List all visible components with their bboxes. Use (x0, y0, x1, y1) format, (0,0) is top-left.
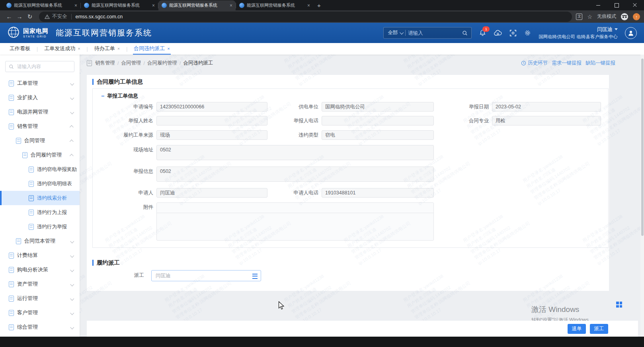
sidebar-search-input[interactable] (16, 63, 71, 70)
document-icon (9, 310, 14, 316)
dispatch-list-icon[interactable] (252, 274, 258, 279)
document-icon (9, 267, 14, 273)
page-tab-2[interactable]: 工单发送成功× (43, 43, 81, 55)
collapse-minus-icon[interactable]: − (101, 94, 104, 98)
translate-icon[interactable]: 文 (576, 14, 582, 20)
sidebar-item[interactable]: 客户管理 (0, 306, 80, 320)
sidebar-item[interactable]: 计费结算 (0, 248, 80, 263)
page-scrollbar[interactable] (640, 55, 644, 337)
sidebar-item[interactable]: 违约窃电明细表 (0, 176, 80, 191)
sidebar-item-label: 购电分析决策 (17, 266, 48, 273)
favicon (239, 3, 244, 8)
page-tab-1[interactable]: 工作看板 (9, 43, 31, 55)
address-bar[interactable]: 不安全 emss.sx.sgcc.com.cn (39, 12, 572, 22)
global-search-input[interactable] (406, 30, 462, 36)
avatar[interactable] (625, 27, 637, 39)
bookmark-star-icon[interactable]: ☆ (587, 14, 592, 20)
browser-tab[interactable]: 能源互联网营销服务系统× (3, 0, 80, 10)
sidebar-item[interactable]: 销售管理 (0, 119, 80, 133)
sidebar-item[interactable]: 电源并网管理 (0, 105, 80, 119)
search-icon[interactable] (462, 30, 471, 36)
sidebar-item[interactable]: 合同范本管理 (0, 234, 80, 248)
report-date-field[interactable]: 2023-05-02 (492, 102, 601, 112)
browser-tab[interactable]: 能源互联网营销服务系统× (236, 0, 313, 10)
sidebar-item[interactable]: 合同履约管理 (0, 148, 80, 162)
breach-type-field[interactable]: 窃电 (322, 130, 434, 140)
subsection-report-order[interactable]: − 举报工单信息 (101, 92, 138, 100)
sidebar-item-label: 资产管理 (17, 280, 38, 288)
sidebar-item-label: 运行管理 (17, 295, 38, 302)
document-icon (9, 296, 14, 302)
sidebar-item[interactable]: 违约窃电举报奖励 (0, 162, 80, 176)
reporter-phone-field[interactable] (322, 116, 434, 125)
sidebar-item-label: 业扩接入 (17, 94, 38, 101)
not-secure-warning-icon (45, 14, 50, 19)
sidebar-item[interactable]: 运行管理 (0, 291, 80, 306)
window-close-button[interactable] (626, 0, 644, 10)
dispatch-field[interactable]: 闫匡迪 (151, 270, 261, 281)
browser-tab[interactable]: 能源互联网营销服务系统× (158, 0, 236, 10)
tab-close-icon[interactable]: × (307, 3, 310, 8)
back-button[interactable]: ← (4, 13, 14, 20)
order-source-field[interactable]: 现场 (156, 130, 267, 140)
demand-report-link[interactable]: 需求一键提报 (552, 60, 582, 67)
sidebar-item[interactable]: 违约行为举报 (0, 220, 80, 234)
sidebar-item[interactable]: 购电分析决策 (0, 263, 80, 277)
notification-bell[interactable]: 1 (479, 29, 486, 37)
attachment-upload-strip[interactable] (156, 202, 434, 213)
page-tab-3[interactable]: 待办工单× (94, 43, 121, 55)
dispatch-button[interactable]: 派工 (590, 324, 608, 334)
sidebar-item[interactable]: 资产管理 (0, 277, 80, 291)
page-tab-close-icon[interactable]: × (78, 46, 80, 51)
defect-report-link[interactable]: 缺陷一键提报 (585, 60, 615, 67)
reporter-name-field[interactable] (156, 116, 267, 125)
tab-close-icon[interactable]: × (152, 3, 155, 8)
applicant-field[interactable]: 闫匡迪 (156, 188, 267, 198)
scrollbar-thumb[interactable] (641, 59, 644, 236)
sidebar-item[interactable]: 综合管理 (0, 320, 80, 334)
window-maximize-button[interactable] (607, 0, 626, 10)
breadcrumb-item[interactable]: 合同履约管理 (147, 60, 177, 67)
history-link[interactable]: 历史环节 (521, 60, 548, 67)
window-minimize-button[interactable] (589, 0, 607, 10)
fullscreen-scan-icon[interactable] (509, 29, 517, 37)
page-tab-4[interactable]: 合同违约派工× (133, 43, 170, 55)
report-info-field[interactable]: 0502 (156, 167, 434, 182)
gear-icon[interactable] (524, 29, 531, 37)
breadcrumb-item[interactable]: 销售管理 (95, 60, 115, 67)
state-grid-logo-icon (7, 26, 20, 40)
global-search[interactable]: 全部 (383, 27, 472, 39)
site-address-field[interactable]: 0502 (156, 145, 434, 160)
sidebar-item-label: 违约窃电举报奖励 (37, 166, 77, 173)
sidebar-item[interactable]: 合同管理 (0, 133, 80, 148)
page-tab-close-icon[interactable]: × (167, 46, 170, 51)
applicant-phone-field[interactable]: 19103488101 (322, 188, 434, 198)
search-scope-select[interactable]: 全部 (384, 29, 405, 36)
order-source-label: 履约工单来源 (87, 132, 153, 139)
sidebar-item[interactable]: 违约行为上报 (0, 205, 80, 220)
new-tab-button[interactable]: + (317, 2, 321, 9)
contract-major-field[interactable]: 用检 (492, 116, 601, 125)
browser-tab[interactable]: 能源互联网营销服务系统× (81, 0, 158, 10)
favicon (162, 3, 167, 8)
browser-update-icon[interactable]: ↑ (633, 13, 640, 20)
cloud-icon[interactable] (494, 29, 502, 37)
sidebar-search[interactable] (5, 61, 74, 72)
tab-close-icon[interactable]: × (230, 3, 232, 8)
sidebar-item[interactable]: 违约线索分析 (0, 191, 80, 205)
page-tab-close-icon[interactable]: × (117, 46, 120, 51)
sidebar-item[interactable]: 工单管理 (0, 76, 80, 90)
tab-close-icon[interactable]: × (74, 3, 77, 8)
breadcrumb: 销售管理/合同管理/合同履约管理/合同违约派工 (87, 60, 213, 67)
supply-org-field[interactable]: 国网临猗供电公司 (322, 102, 434, 112)
document-icon (29, 181, 34, 187)
user-block[interactable]: 闫匡迪 国网临猗供电公司 临猗县客户服务中心 (539, 26, 618, 40)
return-order-button[interactable]: 退单 (568, 324, 586, 334)
widget-grid-icon[interactable] (616, 302, 622, 308)
apply-no-field[interactable]: 1423050210000066 (156, 102, 267, 112)
reload-button[interactable]: ↻ (25, 13, 35, 20)
breadcrumb-item[interactable]: 合同管理 (121, 60, 141, 67)
forward-button[interactable]: → (14, 13, 25, 20)
chevron-down-icon (70, 282, 74, 286)
sidebar-item[interactable]: 业扩接入 (0, 90, 80, 105)
